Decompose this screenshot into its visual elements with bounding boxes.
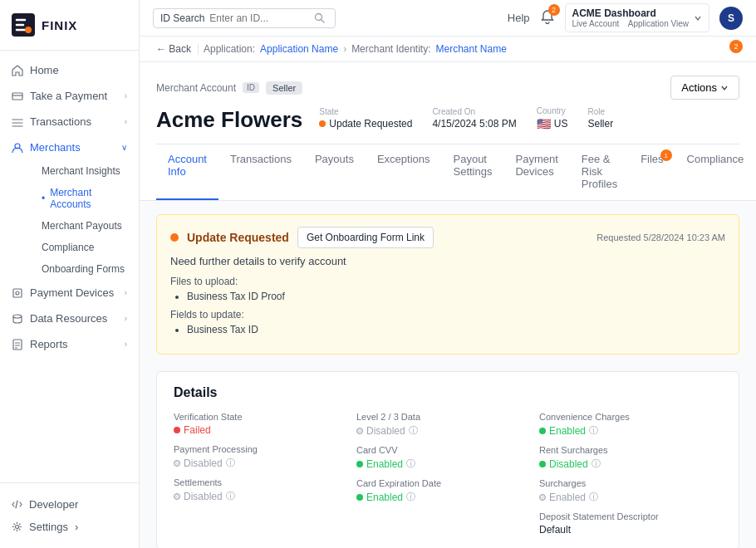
- sidebar-item-merchant-insights[interactable]: Merchant Insights: [30, 160, 139, 182]
- get-onboarding-form-button[interactable]: Get Onboarding Form Link: [297, 227, 434, 248]
- created-label: Created On: [432, 107, 516, 116]
- user-avatar[interactable]: S: [719, 7, 743, 30]
- gray-circle: [356, 428, 363, 434]
- settings-label: Settings: [29, 521, 68, 533]
- help-button[interactable]: Help: [508, 12, 530, 24]
- app-link[interactable]: Application Name: [260, 43, 338, 55]
- developer-icon: [12, 499, 22, 510]
- sidebar-item-transactions[interactable]: Transactions ›: [0, 109, 139, 135]
- detail-key: Rent Surcharges: [539, 445, 722, 455]
- account-tabs: Account Info Transactions Payouts Except…: [156, 144, 739, 200]
- tab-payout-settings[interactable]: Payout Settings: [442, 144, 504, 200]
- back-button[interactable]: ← Back: [156, 43, 199, 55]
- sidebar-item-merchant-accounts[interactable]: Merchant Accounts: [30, 182, 139, 215]
- id-search-container[interactable]: ID Search: [153, 8, 336, 28]
- sidebar-home-label: Home: [30, 64, 59, 76]
- status-dot-orange: [319, 120, 326, 127]
- details-title: Details: [174, 385, 722, 400]
- merchant-identity-link[interactable]: Merchant Name: [436, 43, 507, 55]
- fields-to-update-label: Fields to update:: [170, 309, 725, 320]
- merchant-accounts-label: Merchant Accounts: [50, 187, 127, 210]
- tab-exceptions[interactable]: Exceptions: [366, 144, 442, 200]
- tab-transactions-label: Transactions: [230, 153, 292, 165]
- gray-circle: [174, 460, 180, 467]
- notification-badge: 2: [548, 4, 560, 16]
- green-dot: [539, 428, 546, 434]
- tab-payouts[interactable]: Payouts: [303, 144, 366, 200]
- data-resources-label: Data Resources: [30, 312, 107, 325]
- info-icon[interactable]: ⓘ: [589, 424, 598, 437]
- detail-value: Disabled ⓘ: [539, 457, 722, 470]
- tab-files[interactable]: Files 1: [629, 144, 675, 200]
- sidebar-item-compliance[interactable]: Compliance: [30, 237, 139, 258]
- info-icon[interactable]: ⓘ: [226, 457, 235, 469]
- svg-line-14: [322, 20, 325, 23]
- value-text: Disabled: [366, 425, 405, 437]
- files-to-upload-label: Files to upload:: [170, 276, 725, 287]
- sidebar-item-take-payment[interactable]: Take a Payment ›: [0, 83, 139, 109]
- reports-label: Reports: [30, 338, 68, 350]
- list-item: Business Tax ID Proof: [187, 291, 725, 302]
- sidebar-logo: FINIX: [0, 0, 139, 51]
- sidebar-settings[interactable]: Settings ›: [12, 516, 127, 538]
- green-dot: [539, 461, 546, 467]
- info-icon[interactable]: ⓘ: [592, 457, 601, 470]
- merchant-insights-label: Merchant Insights: [42, 165, 120, 177]
- detail-value: Enabled ⓘ: [539, 491, 722, 503]
- details-col-1: Verification State Failed Payment Proces…: [174, 412, 356, 536]
- acme-dashboard-info: ACME Dashboard Live Account Application …: [572, 7, 689, 28]
- gray-circle: [539, 494, 546, 501]
- value-text: Disabled: [184, 457, 223, 469]
- value-text: Disabled: [549, 458, 588, 470]
- sidebar: FINIX Home Take a Payment › Transactions…: [0, 0, 140, 548]
- info-icon[interactable]: ⓘ: [409, 424, 418, 437]
- detail-value: Enabled ⓘ: [356, 457, 539, 470]
- info-icon[interactable]: ⓘ: [406, 491, 415, 503]
- info-icon[interactable]: ⓘ: [589, 491, 598, 503]
- detail-surcharges: Surcharges Enabled ⓘ: [539, 478, 722, 503]
- svg-point-6: [16, 291, 19, 295]
- actions-button[interactable]: Actions: [670, 76, 739, 100]
- sidebar-item-merchant-payouts[interactable]: Merchant Payouts: [30, 215, 139, 237]
- detail-card-cvv: Card CVV Enabled ⓘ: [356, 445, 539, 470]
- data-icon: [12, 313, 23, 325]
- merchant-account-row: Merchant Account ID Seller Actions: [156, 76, 739, 100]
- acme-dashboard-dropdown[interactable]: ACME Dashboard Live Account Application …: [565, 3, 709, 32]
- files-badge: 1: [660, 149, 672, 161]
- tab-compliance[interactable]: Compliance: [675, 144, 756, 200]
- tab-transactions[interactable]: Transactions: [218, 144, 303, 200]
- sidebar-item-data-resources[interactable]: Data Resources ›: [0, 306, 139, 331]
- tab-fee-risk-profiles-label: Fee & Risk Profiles: [582, 153, 617, 190]
- svg-point-12: [16, 526, 19, 529]
- tab-account-info[interactable]: Account Info: [156, 144, 218, 200]
- sidebar-item-merchants[interactable]: Merchants ∨: [0, 135, 139, 160]
- tab-payout-settings-label: Payout Settings: [454, 153, 493, 178]
- sidebar-developer[interactable]: Developer: [12, 493, 127, 516]
- sidebar-transactions-label: Transactions: [30, 115, 91, 128]
- info-icon[interactable]: ⓘ: [406, 457, 415, 470]
- home-icon: [12, 65, 23, 76]
- notification-button[interactable]: 2: [540, 9, 555, 27]
- app-label: Application:: [204, 43, 255, 55]
- sidebar-merchants-label: Merchants: [30, 141, 81, 154]
- country-label: Country: [537, 106, 568, 115]
- fields-to-update-list: Business Tax ID: [170, 324, 725, 335]
- created-value: 4/15/2024 5:08 PM: [432, 118, 516, 130]
- sidebar-item-reports[interactable]: Reports ›: [0, 331, 139, 357]
- detail-key: Convenience Charges: [539, 412, 722, 422]
- detail-key: Verification State: [174, 412, 356, 422]
- sidebar-item-home[interactable]: Home: [0, 57, 139, 83]
- sidebar-item-onboarding-forms[interactable]: Onboarding Forms: [30, 258, 139, 280]
- state-value: Update Requested: [319, 118, 412, 130]
- detail-card-exp: Card Expiration Date Enabled ⓘ: [356, 478, 539, 503]
- payment-icon: [12, 91, 23, 102]
- id-search-input[interactable]: [209, 12, 309, 24]
- detail-key: Settlements: [174, 477, 356, 487]
- tab-fee-risk-profiles[interactable]: Fee & Risk Profiles: [570, 144, 629, 200]
- acme-view: Application View: [628, 19, 689, 28]
- sidebar-item-payment-devices[interactable]: Payment Devices ›: [0, 280, 139, 306]
- info-icon[interactable]: ⓘ: [226, 490, 235, 502]
- tab-payment-devices[interactable]: Payment Devices: [503, 144, 569, 200]
- update-req-header: Update Requested Get Onboarding Form Lin…: [170, 227, 725, 248]
- svg-rect-5: [13, 289, 22, 297]
